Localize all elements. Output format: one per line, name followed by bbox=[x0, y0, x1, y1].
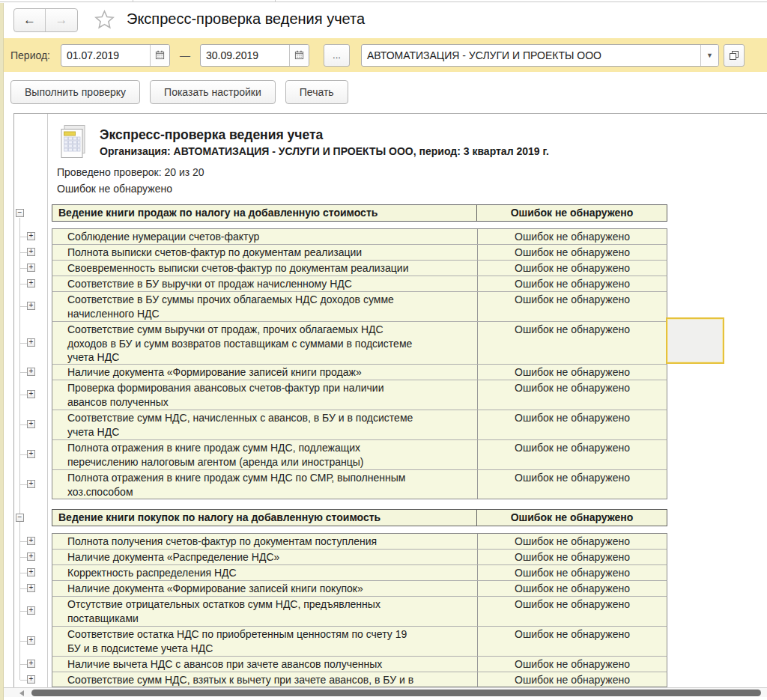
check-status[interactable]: Ошибок не обнаружено bbox=[477, 365, 667, 380]
check-status[interactable]: Ошибок не обнаружено bbox=[477, 261, 667, 276]
expand-icon[interactable]: + bbox=[27, 302, 35, 310]
tree-gutter: + bbox=[14, 469, 52, 499]
tree-gutter: + bbox=[14, 260, 52, 276]
check-status[interactable]: Ошибок не обнаружено bbox=[477, 380, 667, 410]
calendar-button-from[interactable] bbox=[150, 45, 169, 66]
check-title[interactable]: Соответствие остатка НДС по приобретенны… bbox=[52, 627, 477, 656]
period-bar: Период: 01.07.2019 — 30.09.2019 ... АВТО… bbox=[4, 38, 767, 72]
expand-icon[interactable]: + bbox=[27, 264, 35, 272]
show-settings-button[interactable]: Показать настройки bbox=[150, 80, 276, 104]
period-from-field[interactable]: 01.07.2019 bbox=[61, 44, 170, 67]
collapse-icon[interactable]: − bbox=[16, 514, 24, 522]
report-summary: Проведено проверок: 20 из 20 Ошибок не о… bbox=[57, 164, 767, 197]
expand-icon[interactable]: + bbox=[27, 636, 35, 645]
section-title[interactable]: Ведение книги продаж по налогу на добавл… bbox=[52, 205, 476, 221]
check-status[interactable]: Ошибок не обнаружено bbox=[477, 581, 667, 596]
check-row-table: Полнота получения счетов-фактур по докум… bbox=[52, 533, 667, 549]
expand-icon[interactable]: + bbox=[27, 232, 35, 240]
check-title[interactable]: Соответствие сумм НДС, взятых к вычету п… bbox=[52, 672, 477, 687]
period-from-value[interactable]: 01.07.2019 bbox=[61, 45, 150, 66]
check-title[interactable]: Отсутствие отрицательных остатков сумм Н… bbox=[52, 597, 477, 626]
expand-icon[interactable]: + bbox=[27, 480, 35, 488]
expand-icon[interactable]: + bbox=[27, 553, 35, 561]
horizontal-scrollbar[interactable] bbox=[0, 687, 767, 697]
expand-icon[interactable]: + bbox=[27, 660, 35, 668]
check-status[interactable]: Ошибок не обнаружено bbox=[477, 597, 667, 626]
check-status[interactable]: Ошибок не обнаружено bbox=[477, 627, 667, 656]
collapse-icon[interactable]: − bbox=[16, 209, 24, 217]
check-status[interactable]: Ошибок не обнаружено bbox=[477, 276, 667, 291]
period-more-button[interactable]: ... bbox=[324, 44, 350, 67]
report-sections: − Ведение книги продаж по налогу на доба… bbox=[14, 204, 767, 687]
check-status[interactable]: Ошибок не обнаружено bbox=[477, 292, 667, 321]
check-row: + Соответствие остатка НДС по приобретен… bbox=[14, 626, 767, 656]
check-status[interactable]: Ошибок не обнаружено bbox=[477, 534, 667, 549]
check-title[interactable]: Корректность распределения НДС bbox=[52, 565, 477, 580]
check-title[interactable]: Полнота выписки счетов-фактур по докумен… bbox=[52, 245, 477, 260]
check-status[interactable]: Ошибок не обнаружено bbox=[477, 672, 667, 687]
check-row-table: Наличие вычета НДС с авансов при зачете … bbox=[52, 656, 667, 672]
print-button[interactable]: Печать bbox=[285, 80, 348, 104]
favorite-star-icon[interactable] bbox=[94, 10, 115, 29]
section-title[interactable]: Ведение книги покупок по налогу на добав… bbox=[52, 510, 476, 526]
check-row-table: Полнота отражения в книге продаж сумм НД… bbox=[52, 439, 667, 469]
expand-icon[interactable]: + bbox=[27, 279, 35, 287]
check-status[interactable]: Ошибок не обнаружено bbox=[477, 470, 667, 499]
check-title[interactable]: Соответствие в БУ выручки от продаж начи… bbox=[52, 276, 477, 291]
check-status[interactable]: Ошибок не обнаружено bbox=[477, 229, 667, 244]
check-row: + Соблюдение нумерации счетов-фактур Оши… bbox=[14, 228, 767, 244]
check-status[interactable]: Ошибок не обнаружено bbox=[477, 565, 667, 580]
check-row: + Своевременность выписки счетов-фактур … bbox=[14, 260, 767, 276]
check-status[interactable]: Ошибок не обнаружено bbox=[477, 657, 667, 672]
organization-value[interactable]: АВТОМАТИЗАЦИЯ - УСЛУГИ И ПРОЕКТЫ ООО bbox=[362, 45, 700, 66]
check-title[interactable]: Наличие вычета НДС с авансов при зачете … bbox=[52, 657, 477, 672]
check-title[interactable]: Наличие документа «Формирование записей … bbox=[52, 581, 477, 596]
organization-field[interactable]: АВТОМАТИЗАЦИЯ - УСЛУГИ И ПРОЕКТЫ ООО ▼ bbox=[361, 44, 719, 67]
check-title[interactable]: Наличие документа «Распределение НДС» bbox=[52, 550, 477, 564]
calendar-button-to[interactable] bbox=[289, 45, 309, 66]
expand-icon[interactable]: + bbox=[27, 568, 35, 576]
check-title[interactable]: Полнота отражения в книге продаж сумм НД… bbox=[52, 470, 477, 499]
check-title[interactable]: Полнота отражения в книге продаж сумм НД… bbox=[52, 440, 477, 469]
expand-icon[interactable]: + bbox=[27, 450, 35, 458]
check-row-table: Соответствие сумм НДС, начисленных с ава… bbox=[52, 410, 667, 439]
section-status[interactable]: Ошибок не обнаружено bbox=[476, 510, 667, 526]
expand-icon[interactable]: + bbox=[27, 248, 35, 256]
check-title[interactable]: Соответствие сумм НДС, начисленных с ава… bbox=[52, 410, 477, 439]
check-title[interactable]: Соблюдение нумерации счетов-фактур bbox=[52, 229, 477, 244]
check-title[interactable]: Наличие документа «Формирование записей … bbox=[52, 365, 477, 380]
check-status[interactable]: Ошибок не обнаружено bbox=[477, 550, 667, 564]
check-title[interactable]: Соответствие в БУ суммы прочих облагаемы… bbox=[52, 292, 477, 321]
forward-button[interactable]: → bbox=[46, 9, 77, 31]
check-title[interactable]: Проверка формирования авансовых счетов-ф… bbox=[52, 380, 477, 410]
expand-icon[interactable]: + bbox=[27, 390, 35, 398]
check-status[interactable]: Ошибок не обнаружено bbox=[477, 322, 667, 364]
organization-choose-button[interactable] bbox=[724, 44, 745, 67]
window-top-edge bbox=[0, 0, 767, 2]
selected-cell-highlight bbox=[666, 317, 724, 364]
check-title[interactable]: Полнота получения счетов-фактур по докум… bbox=[52, 534, 477, 549]
expand-icon[interactable]: + bbox=[27, 338, 35, 347]
expand-icon[interactable]: + bbox=[27, 606, 35, 615]
expand-icon[interactable]: + bbox=[27, 675, 35, 684]
tree-connector bbox=[20, 395, 27, 395]
check-status[interactable]: Ошибок не обнаружено bbox=[477, 245, 667, 260]
section-status[interactable]: Ошибок не обнаружено bbox=[476, 205, 667, 221]
scrollbar-thumb[interactable] bbox=[31, 690, 761, 696]
expand-icon[interactable]: + bbox=[27, 368, 35, 376]
check-status[interactable]: Ошибок не обнаружено bbox=[477, 440, 667, 469]
check-status[interactable]: Ошибок не обнаружено bbox=[477, 410, 667, 439]
expand-icon[interactable]: + bbox=[27, 537, 35, 545]
check-title[interactable]: Соответствие сумм выручки от продаж, про… bbox=[52, 322, 477, 364]
check-title[interactable]: Своевременность выписки счетов-фактур по… bbox=[52, 261, 477, 276]
period-to-value[interactable]: 30.09.2019 bbox=[201, 45, 289, 66]
scroll-left-arrow-icon[interactable] bbox=[19, 690, 24, 696]
period-dash: — bbox=[180, 49, 190, 61]
dropdown-arrow-button[interactable]: ▼ bbox=[700, 45, 718, 66]
section-rows: + Полнота получения счетов-фактур по док… bbox=[14, 533, 767, 687]
expand-icon[interactable]: + bbox=[27, 420, 35, 428]
back-button[interactable]: ← bbox=[14, 9, 46, 31]
period-to-field[interactable]: 30.09.2019 bbox=[200, 44, 309, 67]
run-check-button[interactable]: Выполнить проверку bbox=[10, 80, 140, 104]
expand-icon[interactable]: + bbox=[27, 584, 35, 592]
